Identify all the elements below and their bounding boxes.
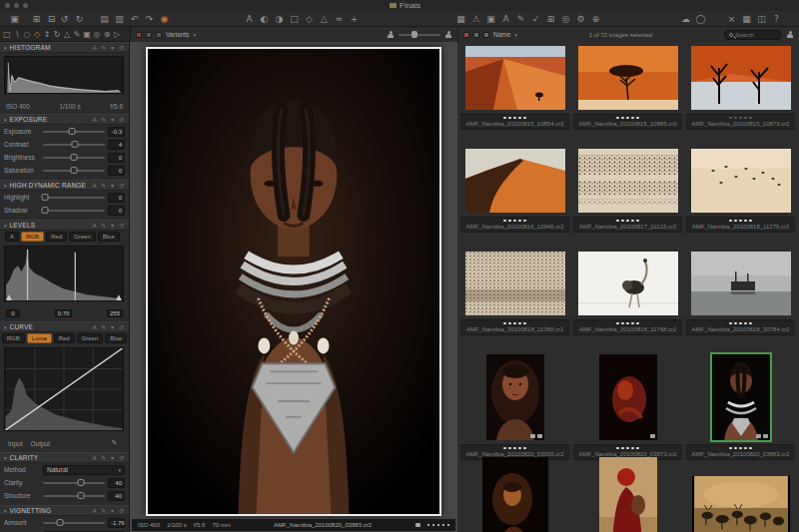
star-dot[interactable] <box>729 220 732 223</box>
star-dot[interactable] <box>636 117 639 120</box>
thumbnail-image[interactable] <box>465 252 565 315</box>
star-dot[interactable] <box>744 322 747 325</box>
histogram-section-header[interactable]: ▾ HISTOGRAM A✎▾↺ <box>0 42 129 53</box>
thumbnail-image[interactable] <box>692 476 790 532</box>
slider-value[interactable]: 0 <box>108 166 125 176</box>
vignetting-amount-value[interactable]: -1.76 <box>108 518 125 528</box>
viewer-area[interactable]: ISO 400 1/100 s f/5.6 70 mm AMF_Namibia_… <box>130 42 457 532</box>
star-dot[interactable] <box>631 117 634 120</box>
edit-icon[interactable]: ✎ <box>100 455 107 461</box>
channel-button-rgb[interactable]: RGB <box>21 232 44 242</box>
thumbnail-cell[interactable]: AMF_Namibia_20100817_11215.cr2 <box>571 146 684 249</box>
thumbnail-cell[interactable]: AMF_Namibia_20100818_11380.cr2 <box>458 249 571 351</box>
crop-overlay-icon[interactable]: □ <box>288 15 301 24</box>
thumbnail-cell[interactable]: AMF_Namibia_20100815_10873.cr2 <box>684 43 797 146</box>
thumbnail-rating[interactable] <box>729 447 752 450</box>
picker-icon[interactable]: ✎ <box>108 440 121 447</box>
star-dot[interactable] <box>729 322 732 325</box>
slider-knob[interactable] <box>41 194 48 201</box>
reset-icon[interactable]: ↺ <box>118 223 125 229</box>
publish-icon[interactable]: ◯ <box>694 15 707 24</box>
window-minimize-button[interactable] <box>14 3 19 8</box>
star-dot[interactable] <box>503 447 506 450</box>
star-dot[interactable] <box>513 220 516 223</box>
viewer-zoom-slider[interactable] <box>399 34 440 36</box>
star-dot[interactable] <box>739 322 742 325</box>
filter-chip-2[interactable] <box>473 32 479 38</box>
edit-icon[interactable]: ✎ <box>100 508 107 514</box>
contrast-slider[interactable] <box>43 144 105 146</box>
help-icon[interactable]: ? <box>770 15 783 24</box>
levels-auto-button[interactable]: A <box>5 232 19 242</box>
add-adjustment-icon[interactable]: + <box>348 15 361 24</box>
star-dot[interactable] <box>734 117 737 120</box>
saturation-slider[interactable] <box>43 170 105 172</box>
grid-icon[interactable]: ▦ <box>454 15 467 24</box>
thumbnail-image[interactable] <box>712 354 770 440</box>
star-dot[interactable] <box>616 322 619 325</box>
star-dot[interactable] <box>631 447 634 450</box>
star-dot[interactable] <box>636 322 639 325</box>
structure-slider[interactable] <box>43 495 105 497</box>
star-dot[interactable] <box>749 220 752 223</box>
star-dot[interactable] <box>616 447 619 450</box>
star-dot[interactable] <box>739 220 742 223</box>
star-dot[interactable] <box>636 447 639 450</box>
output-icon[interactable]: ⊕ <box>589 15 602 24</box>
thumbnail-image[interactable] <box>465 46 565 110</box>
star-dot[interactable] <box>616 117 619 120</box>
star-dot[interactable] <box>523 447 526 450</box>
thumbnail-rating[interactable] <box>729 117 752 120</box>
filter-chip-3[interactable] <box>483 32 489 38</box>
collapse-icon[interactable]: ▾ <box>4 183 7 189</box>
straighten-tool-icon[interactable]: △ <box>62 31 72 39</box>
levels-graph[interactable] <box>4 246 124 301</box>
star-dot[interactable] <box>518 447 521 450</box>
levels-highlight-value[interactable]: 255 <box>107 309 123 317</box>
star-dot[interactable] <box>621 447 624 450</box>
rotate-right-icon[interactable]: ↻ <box>73 15 86 24</box>
tether-camera-icon[interactable]: ▣ <box>8 15 21 24</box>
star-dot[interactable] <box>744 117 747 120</box>
rotate-tool-icon[interactable]: ↻ <box>52 31 62 39</box>
highlight-slider[interactable] <box>43 197 105 199</box>
lasso-tool-icon[interactable]: ○ <box>22 31 32 39</box>
collapse-icon[interactable]: ▾ <box>4 223 7 229</box>
spot-check-icon[interactable]: ✓ <box>529 15 542 24</box>
undo-icon[interactable]: ↶ <box>128 15 141 24</box>
browser-layout-icon[interactable]: ▦ <box>740 15 753 24</box>
thumbnail-rating[interactable] <box>616 220 639 223</box>
edit-icon[interactable]: ✎ <box>100 223 107 229</box>
star-dot[interactable] <box>621 220 624 223</box>
preset-icon[interactable]: ▾ <box>109 455 116 461</box>
auto-icon[interactable]: A <box>91 223 98 229</box>
window-zoom-button[interactable] <box>23 3 28 8</box>
vignetting-section-header[interactable]: ▾ VIGNETTING A✎▾↺ <box>0 505 129 516</box>
star-dot[interactable] <box>729 447 732 450</box>
star-dot[interactable] <box>631 220 634 223</box>
reset-icon[interactable]: ↺ <box>118 45 125 51</box>
variants-dropdown[interactable]: Variants <box>166 31 189 38</box>
keystone-icon[interactable]: ◇ <box>303 15 316 24</box>
star-dot[interactable] <box>518 220 521 223</box>
thumbnail-cell[interactable] <box>458 454 571 532</box>
thumbnail-image[interactable] <box>482 457 548 532</box>
thumbnail-cell[interactable]: AMF_Namibia_20100818_30784.cr2 <box>684 249 797 351</box>
white-balance-icon[interactable]: ◐ <box>258 15 271 24</box>
star-dot[interactable] <box>734 220 737 223</box>
clarity-slider[interactable] <box>43 482 105 484</box>
thumbnail-rating[interactable] <box>616 117 639 120</box>
thumbnail-image[interactable] <box>465 149 565 213</box>
reset-icon[interactable]: ↺ <box>118 508 125 514</box>
slider-value[interactable]: 0 <box>108 153 125 163</box>
star-dot[interactable] <box>744 220 747 223</box>
channel-button-luma[interactable]: Luma <box>27 333 52 343</box>
slider-value[interactable]: 40 <box>108 491 125 501</box>
process-icon[interactable]: ⚙ <box>574 15 587 24</box>
thumbnail-cell[interactable] <box>684 454 797 532</box>
apply-adjustments-icon[interactable]: ▥ <box>113 15 126 24</box>
slider-knob[interactable] <box>78 479 85 486</box>
auto-icon[interactable]: A <box>91 324 98 330</box>
thumbnail-rating[interactable] <box>503 447 526 450</box>
thumbnail-image[interactable] <box>578 46 678 110</box>
